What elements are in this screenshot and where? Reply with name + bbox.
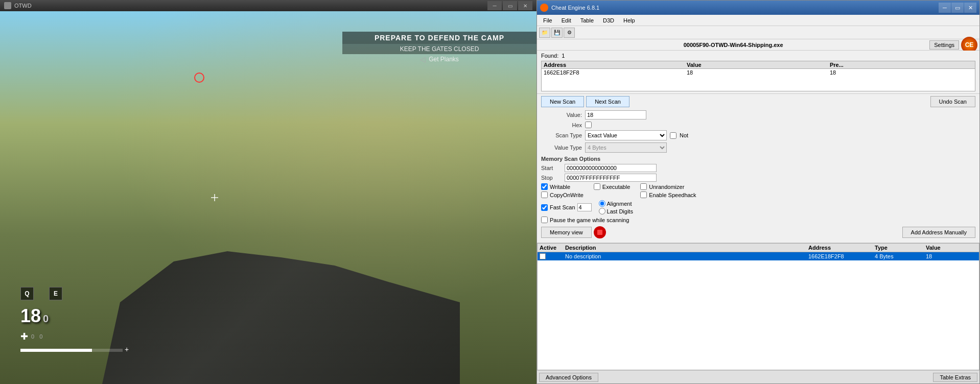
health-numbers: 0 0 (31, 333, 42, 340)
objective-item: ◁ Get Planks (342, 54, 536, 64)
alignment-radio-row: Alignment (599, 200, 633, 207)
start-input[interactable] (565, 164, 657, 172)
game-titlebar-controls: ─ ▭ ✕ (487, 1, 532, 10)
target-marker (194, 73, 204, 83)
ammo-display: 18 0 (20, 305, 129, 327)
copyonwrite-row: CopyOnWrite (541, 191, 584, 198)
undo-scan-btn[interactable]: Undo Scan (930, 96, 975, 107)
table-row[interactable]: No description 1662E18F2F8 4 Bytes 18 (538, 252, 979, 260)
add-address-btn[interactable]: Add Address Manually (902, 227, 975, 238)
result-address-0: 1662E18F2F8 (544, 69, 687, 76)
results-col-address: Address (544, 62, 687, 68)
hex-checkbox[interactable] (585, 122, 592, 128)
value-type-row: Value Type 4 Bytes 1 Byte 2 Bytes 8 Byte… (541, 142, 975, 153)
ce-bottom-buttons: Memory view Add Address Manually (541, 226, 975, 238)
menu-file[interactable]: File (539, 16, 556, 25)
hex-label: Hex (541, 122, 582, 128)
pause-checkbox[interactable] (541, 217, 548, 223)
game-objective-overlay: PREPARE TO DEFEND THE CAMP KEEP THE GATE… (342, 32, 536, 64)
stop-row: Stop (541, 174, 975, 182)
found-count: 1 (562, 53, 565, 59)
toolbar-settings-btn[interactable]: ⚙ (564, 28, 575, 38)
hud-key-q: Q (20, 287, 34, 300)
not-label: Not (680, 132, 688, 138)
ce-value-row: Value: (541, 110, 975, 119)
speedhack-checkbox[interactable] (640, 191, 647, 198)
table-extras-btn[interactable]: Table Extras (933, 373, 977, 382)
health-icon: ✚ (20, 331, 28, 342)
scan-type-row: Scan Type Exact Value Bigger than... Sma… (541, 130, 975, 140)
pause-row: Pause the game while scanning (541, 217, 975, 223)
options-grid: Writable CopyOnWrite Executable (541, 183, 975, 198)
menu-help[interactable]: Help (619, 16, 639, 25)
ce-titlebar-controls: ─ ▭ ✕ (939, 3, 976, 13)
fast-scan-label: Fast Scan (550, 204, 575, 210)
next-scan-btn[interactable]: Next Scan (586, 96, 629, 107)
scan-type-select[interactable]: Exact Value Bigger than... Smaller than.… (585, 130, 667, 140)
game-restore-btn[interactable]: ▭ (503, 1, 517, 10)
new-scan-btn[interactable]: New Scan (541, 96, 584, 107)
ce-window: Cheat Engine 6.8.1 ─ ▭ ✕ File Edit Table… (536, 0, 980, 384)
copyonwrite-checkbox[interactable] (541, 191, 548, 198)
ce-restore-btn[interactable]: ▭ (951, 3, 964, 13)
stop-input[interactable] (565, 174, 657, 182)
options-col-left: Writable CopyOnWrite (541, 183, 584, 198)
start-label: Start (541, 165, 562, 171)
stamina-bar-fill (20, 349, 92, 352)
ce-results-header: Address Value Pre... (542, 61, 975, 69)
menu-d3d[interactable]: D3D (599, 16, 618, 25)
unrandomizer-checkbox[interactable] (640, 183, 647, 190)
mem-scan-options-label: Memory Scan Options (541, 156, 975, 162)
game-window: OTWD ─ ▭ ✕ PREPARE TO DEFEND THE CAMP KE… (0, 0, 536, 384)
ce-close-btn[interactable]: ✕ (964, 3, 976, 13)
menu-table[interactable]: Table (576, 16, 598, 25)
stop-inner (597, 230, 602, 235)
ce-footer: Advanced Options Table Extras (537, 370, 979, 383)
col-header-address: Address (808, 245, 875, 251)
row-type-0: 4 Bytes (875, 253, 926, 259)
menu-edit[interactable]: Edit (557, 16, 575, 25)
arrow-icon: ◁ (420, 55, 426, 63)
toolbar-open-btn[interactable]: 📁 (539, 28, 550, 38)
ce-logo-icon (540, 4, 548, 12)
game-minimize-btn[interactable]: ─ (487, 1, 502, 10)
unrandomizer-row: Unrandomizer (640, 183, 696, 190)
results-col-value: Value (687, 62, 830, 68)
writable-label: Writable (550, 184, 570, 190)
start-row: Start (541, 164, 975, 172)
last-digits-radio[interactable] (599, 208, 605, 214)
result-prev-0: 18 (830, 69, 973, 76)
health-bar-container: ✚ 0 0 (20, 331, 129, 342)
ce-found-row: Found: 1 (541, 53, 975, 59)
col-header-desc: Description (565, 245, 808, 251)
ce-minimize-btn[interactable]: ─ (939, 3, 951, 13)
objective-sub: KEEP THE GATES CLOSED (342, 44, 536, 54)
toolbar-save-btn[interactable]: 💾 (551, 28, 563, 38)
hud-bottom-left: Q E 18 0 ✚ 0 0 + (20, 287, 129, 353)
executable-checkbox[interactable] (594, 183, 600, 190)
game-close-btn[interactable]: ✕ (518, 1, 532, 10)
alignment-label: Alignment (607, 201, 632, 207)
value-type-select[interactable]: 4 Bytes 1 Byte 2 Bytes 8 Bytes Float Dou… (585, 142, 667, 153)
objective-item-text: Get Planks (429, 56, 459, 63)
row-checkbox-0[interactable] (540, 253, 546, 259)
ce-toolbar: 📁 💾 ⚙ (537, 26, 979, 39)
ce-process-bar: 00005F90-OTWD-Win64-Shipping.exe Setting… (537, 39, 979, 51)
col-header-value: Value (926, 245, 977, 251)
fast-scan-row: Fast Scan Alignment Last Digits (541, 200, 975, 214)
fast-scan-input[interactable] (577, 203, 592, 211)
alignment-radio[interactable] (599, 200, 605, 207)
advanced-options-btn[interactable]: Advanced Options (539, 373, 598, 382)
results-row-0[interactable]: 1662E18F2F8 18 18 (542, 69, 975, 76)
stop-icon[interactable] (594, 226, 606, 238)
ce-results-table: Address Value Pre... 1662E18F2F8 18 18 (541, 61, 975, 91)
fast-scan-checkbox[interactable] (541, 204, 548, 211)
stop-label: Stop (541, 175, 562, 181)
writable-checkbox[interactable] (541, 183, 548, 190)
memory-view-btn[interactable]: Memory view (541, 227, 592, 238)
options-col-right: Executable (594, 183, 630, 198)
copyonwrite-label: CopyOnWrite (550, 192, 584, 198)
value-input[interactable] (585, 110, 646, 119)
ce-settings-button[interactable]: Settings (929, 40, 959, 50)
not-checkbox[interactable] (670, 132, 676, 139)
